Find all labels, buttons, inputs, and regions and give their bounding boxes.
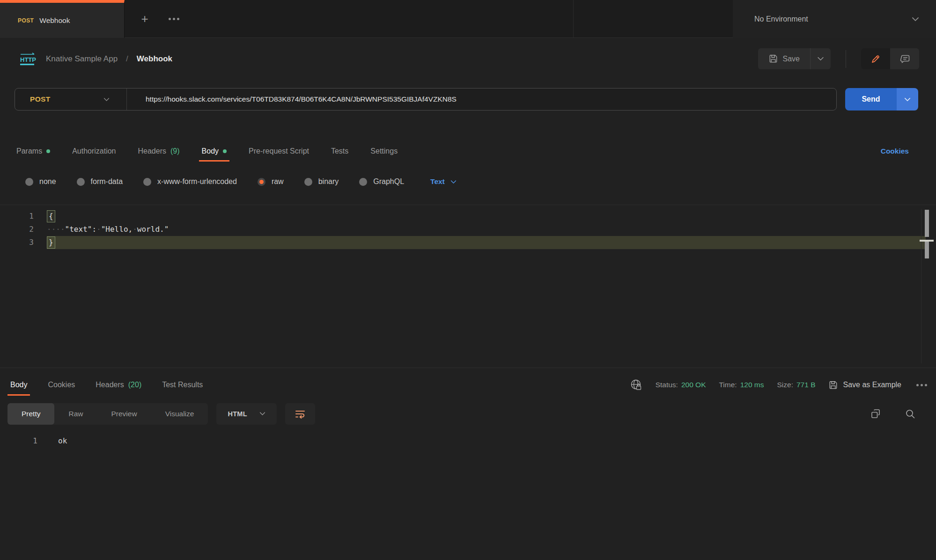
open-request-tab[interactable]: POST Webhook — [0, 0, 125, 38]
save-icon — [828, 380, 838, 390]
radio-x-www-form-urlencoded-label: x-www-form-urlencoded — [157, 177, 237, 186]
line-number: 3 — [0, 236, 34, 249]
url-input[interactable] — [127, 95, 836, 103]
bracket-match: } — [47, 236, 55, 249]
status-label: Status: — [656, 381, 678, 389]
time-value: 120 ms — [740, 381, 764, 389]
edit-comment-group — [861, 48, 919, 69]
save-as-example-button[interactable]: Save as Example — [828, 380, 901, 390]
breadcrumb-request-name[interactable]: Webhook — [137, 54, 172, 64]
tabbar-divider — [573, 0, 574, 38]
radio-graphql[interactable]: GraphQL — [359, 177, 404, 186]
method-selector[interactable]: POST — [15, 95, 126, 103]
editor-line: 2 ····"text":·"Hello,·world." — [0, 223, 918, 236]
response-tab-cookies-label: Cookies — [48, 381, 75, 389]
view-preview[interactable]: Preview — [97, 403, 151, 425]
response-line: 1 ok — [0, 435, 936, 448]
send-options-button[interactable] — [897, 88, 918, 111]
response-options-button[interactable] — [914, 377, 929, 393]
request-header: HTTP Knative Sample App / Webhook Save — [0, 38, 936, 80]
code-text: ····"text":·"Hello,·world." — [47, 223, 918, 236]
scrollbar-thumb-lower — [925, 242, 929, 258]
radio-raw[interactable]: raw — [258, 177, 284, 186]
raw-language-label: Text — [430, 177, 445, 186]
response-text: ok — [58, 435, 67, 448]
header-actions: Save — [758, 48, 919, 69]
response-tab-test-results[interactable]: Test Results — [162, 375, 203, 396]
radio-selected-icon — [258, 178, 265, 186]
tab-pre-request-script[interactable]: Pre-request Script — [249, 140, 309, 162]
comment-button[interactable] — [890, 48, 919, 69]
bracket-match: { — [47, 210, 55, 222]
radio-binary[interactable]: binary — [304, 177, 339, 186]
tab-options-button[interactable] — [166, 11, 182, 27]
save-as-example-label: Save as Example — [843, 381, 901, 389]
line-number: 2 — [0, 223, 34, 236]
tab-pre-request-script-label: Pre-request Script — [249, 147, 309, 155]
copy-icon — [870, 408, 881, 420]
editor-line-current: 3 } — [0, 236, 918, 249]
tab-authorization-label: Authorization — [72, 147, 116, 155]
more-icon — [916, 384, 927, 386]
response-top-divider — [0, 368, 936, 368]
body-mode-row: none form-data x-www-form-urlencoded raw… — [0, 173, 936, 190]
request-body-editor[interactable]: 1 { 2 ····"text":·"Hello,·world." 3 } — [0, 205, 936, 368]
search-response-button[interactable] — [902, 406, 918, 422]
comment-icon — [899, 54, 910, 64]
scrollbar-thumb[interactable] — [925, 210, 929, 237]
send-button[interactable]: Send — [845, 88, 897, 111]
time-label: Time: — [719, 381, 737, 389]
new-tab-button[interactable]: + — [137, 11, 153, 27]
radio-x-www-form-urlencoded[interactable]: x-www-form-urlencoded — [143, 177, 237, 186]
tab-params[interactable]: Params — [16, 140, 50, 162]
response-body-viewer[interactable]: 1 ok — [0, 435, 936, 448]
response-headers-count-badge: (20) — [128, 381, 141, 389]
radio-none-label: none — [39, 177, 56, 186]
response-tab-cookies[interactable]: Cookies — [48, 375, 75, 396]
radio-form-data[interactable]: form-data — [77, 177, 123, 186]
time-indicator: Time: 120 ms — [719, 381, 764, 389]
response-meta: Status: 200 OK Time: 120 ms Size: 771 B … — [629, 372, 936, 398]
copy-response-button[interactable] — [868, 406, 884, 422]
url-bar: POST — [15, 88, 837, 111]
wrap-lines-button[interactable] — [285, 403, 315, 425]
tab-authorization[interactable]: Authorization — [72, 140, 116, 162]
save-button[interactable]: Save — [758, 48, 810, 69]
tab-headers-label: Headers — [138, 147, 166, 155]
line-number: 1 — [0, 210, 34, 223]
editor-line: 1 { — [0, 210, 918, 223]
edit-request-button[interactable] — [861, 48, 890, 69]
response-format-selector[interactable]: HTML — [216, 403, 276, 425]
url-row: POST Send — [0, 88, 936, 111]
tab-title-label: Webhook — [39, 16, 70, 25]
tab-tests[interactable]: Tests — [331, 140, 348, 162]
tab-params-label: Params — [16, 147, 42, 155]
tab-settings[interactable]: Settings — [370, 140, 398, 162]
chevron-down-icon — [912, 17, 919, 22]
network-info-button[interactable] — [629, 378, 643, 392]
tab-headers[interactable]: Headers (9) — [138, 140, 180, 162]
save-icon — [768, 54, 778, 64]
view-raw[interactable]: Raw — [54, 403, 97, 425]
view-pretty[interactable]: Pretty — [7, 403, 54, 425]
radio-graphql-label: GraphQL — [373, 177, 404, 186]
response-tab-body[interactable]: Body — [10, 375, 27, 396]
response-tab-headers[interactable]: Headers (20) — [96, 375, 141, 396]
tab-actions: + — [125, 0, 182, 38]
save-options-button[interactable] — [810, 48, 831, 69]
radio-none[interactable]: none — [25, 177, 56, 186]
chevron-down-icon — [259, 412, 265, 416]
header-separator — [846, 50, 846, 68]
tab-method-label: POST — [18, 17, 34, 24]
environment-label: No Environment — [754, 15, 808, 23]
view-visualize[interactable]: Visualize — [151, 403, 208, 425]
breadcrumb-collection[interactable]: Knative Sample App — [46, 54, 118, 64]
tab-settings-label: Settings — [370, 147, 398, 155]
tab-body[interactable]: Body — [202, 140, 227, 162]
request-tabs: Params Authorization Headers (9) Body Pr… — [0, 140, 936, 162]
editor-scrollbar[interactable] — [921, 209, 931, 363]
environment-selector[interactable]: No Environment — [733, 0, 936, 38]
tab-body-label: Body — [202, 147, 219, 155]
cookies-link[interactable]: Cookies — [881, 147, 909, 155]
raw-language-selector[interactable]: Text — [430, 177, 457, 186]
